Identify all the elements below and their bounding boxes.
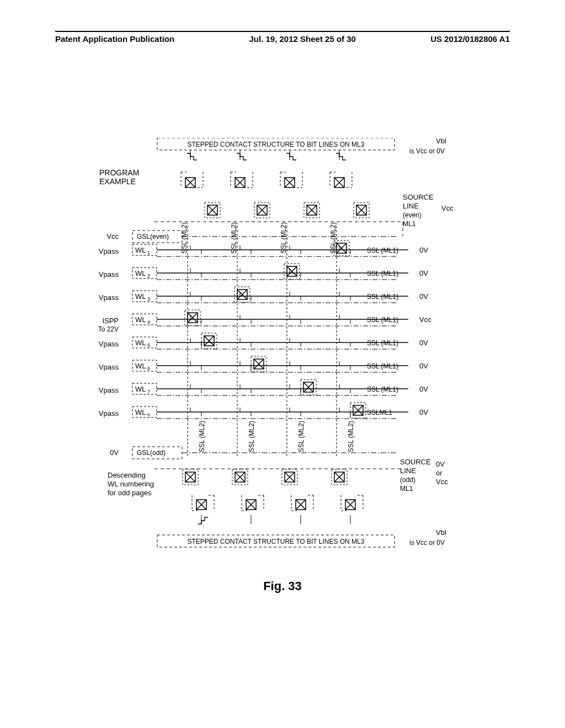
wl-vleft: Vpass — [99, 340, 119, 348]
ssl-ml2-b3: SSL (ML2) — [297, 421, 305, 452]
program-l1: PROGRAM — [99, 168, 139, 177]
ssl-ml1-label: SSL (ML1) — [367, 316, 398, 324]
source-even-contacts — [154, 202, 403, 236]
program-l2: EXAMPLE — [99, 177, 136, 186]
src-odd-title: SOURCE — [400, 458, 431, 466]
wl-contact — [251, 356, 266, 372]
wl-row-2: VpassWL2SSL (ML1)0V — [99, 264, 428, 280]
gsl-odd-v: 0V — [110, 448, 119, 457]
src-even-v: Vcc — [441, 204, 454, 212]
top-stairs — [187, 150, 346, 160]
desc-l2: WL numbering — [108, 480, 154, 488]
gsl-even-label: GSL(even) — [137, 233, 169, 240]
vbl-top-1: Vbl — [436, 138, 446, 145]
ssl-vr: 0V — [419, 339, 428, 347]
src-odd-v3: Vcc — [436, 478, 448, 486]
wl-vleft: Vpass — [99, 386, 119, 394]
ssl-vr: Vcc — [419, 315, 431, 324]
wl-row-3: VpassWL3SSL (ML1)0V — [99, 287, 428, 303]
wl-label: WL — [135, 269, 146, 277]
source-odd-contacts — [154, 469, 403, 485]
stepped-top-bar: STEPPED CONTACT STRUCTURE TO BIT LINES O… — [157, 138, 446, 155]
wl-label: WL — [135, 408, 146, 416]
stepped-bottom-text: STEPPED CONTACT STRUCTURE TO BIT LINES O… — [188, 538, 365, 545]
wl-label: WL — [135, 246, 146, 254]
gsl-even-row: Vcc GSL(even) — [106, 231, 397, 243]
ssl-ml1-label: SSL (ML1) — [367, 270, 398, 277]
stepped-top-text: STEPPED CONTACT STRUCTURE TO BIT LINES O… — [188, 141, 365, 148]
wl-contact — [350, 403, 366, 418]
header-right: US 2012/0182806 A1 — [430, 34, 510, 44]
gsl-odd-label: GSL(odd) — [137, 449, 166, 457]
ssl-ml1-label: SSLML1 — [367, 409, 392, 416]
src-even-title2: LINE — [403, 202, 419, 210]
desc-l3: for odd pages — [108, 489, 152, 497]
wl-label: WL — [135, 362, 146, 370]
ssl-ml2-v2: SSL (ML2) — [230, 222, 238, 254]
ssl-vr: 0V — [419, 408, 428, 416]
wl-sub: 2 — [147, 273, 150, 279]
header-left: Patent Application Publication — [55, 34, 174, 44]
wl-contact — [234, 287, 250, 302]
src-odd-title2: LINE — [400, 467, 416, 475]
ssl-ml1-label: SSL (ML1) — [367, 293, 398, 301]
wl-vleft: Vpass — [99, 247, 119, 255]
wl-row-7: VpassWL7SSL (ML1)0V — [99, 379, 428, 395]
wl-label: WL — [135, 292, 146, 301]
wl-vleft: Vpass — [99, 270, 119, 279]
src-odd-sub2: ML1 — [400, 485, 413, 493]
wl-row-4: ISPPTo 22VWL4SSL (ML1)Vcc — [98, 310, 432, 333]
wl-contact — [301, 379, 316, 395]
wl-vleft: Vpass — [99, 293, 119, 302]
ssl-vr: 0V — [419, 292, 428, 301]
stepped-bottom-bar: STEPPED CONTACT STRUCTURE TO BIT LINES O… — [157, 528, 446, 547]
ssl-vr: 0V — [419, 362, 428, 370]
ssl-ml1-label: SSL (ML1) — [367, 362, 398, 370]
bottom-stairs — [198, 515, 350, 524]
wl-sub: 4 — [147, 319, 150, 325]
wl-contact — [284, 264, 300, 279]
src-odd-sub1: (odd) — [400, 476, 415, 484]
wl-sub: n — [147, 412, 150, 417]
ssl-ml2-v3: SSL (ML2) — [280, 222, 287, 254]
wl-vleft: ISPP — [102, 317, 119, 325]
wl-vleft: Vpass — [99, 409, 119, 417]
vbl-bot-2: is Vcc or 0V — [409, 539, 445, 547]
wl-vleft2: To 22V — [98, 325, 119, 333]
ssl-ml1-label: SSL (ML1) — [367, 386, 398, 393]
figure-33: STEPPED CONTACT STRUCTURE TO BIT LINES O… — [44, 138, 519, 590]
wl-row-6: VpassWL6SSL (ML1)0V — [99, 356, 428, 372]
wl-vleft: Vpass — [99, 363, 119, 371]
wl-contact — [185, 310, 200, 325]
src-odd-v2: or — [436, 469, 443, 477]
wl-contact — [201, 333, 217, 349]
wl-label: WL — [135, 339, 146, 347]
desc-l1: Descending — [108, 471, 146, 479]
gsl-even-v: Vcc — [106, 232, 119, 240]
wl-sub: 5 — [147, 342, 150, 348]
page-header: Patent Application Publication Jul. 19, … — [55, 31, 510, 44]
ssl-ml2-b1: SSL (ML2) — [198, 421, 206, 452]
ssl-vr: 0V — [419, 385, 428, 393]
ssl-vr: 0V — [419, 246, 428, 254]
src-even-sub1: (even) — [403, 211, 422, 219]
vbl-bot-1: Vbl — [436, 528, 446, 537]
wl-row-5: VpassWL5SSL (ML1)0V — [99, 333, 428, 349]
wl-sub: 7 — [147, 389, 150, 394]
src-odd-v1: 0V — [436, 460, 445, 468]
ssl-ml1-label: SSL (ML1) — [367, 247, 398, 254]
wl-sub: 6 — [147, 366, 150, 371]
ssl-ml2-v1: SSL (ML2) — [180, 222, 188, 254]
ssl-vr: 0V — [419, 269, 428, 277]
wl-sub: 1 — [147, 250, 150, 255]
header-center: Jul. 19, 2012 Sheet 25 of 30 — [249, 34, 355, 44]
wl-row-n: VpassWLnSSLML10V — [99, 403, 428, 419]
ssl-ml2-v4: SSL (ML2) — [329, 222, 337, 254]
ssl-ml1-label: SSL (ML1) — [367, 339, 398, 347]
ssl-ml2-b4: SSL (ML2) — [347, 421, 355, 452]
wl-sub: 3 — [147, 296, 150, 302]
bottom-bl-contacts — [192, 495, 363, 511]
src-even-title: SOURCE — [403, 193, 434, 201]
ssl-ml2-b2: SSL (ML2) — [248, 421, 255, 452]
figure-caption: Fig. 33 — [0, 579, 565, 593]
